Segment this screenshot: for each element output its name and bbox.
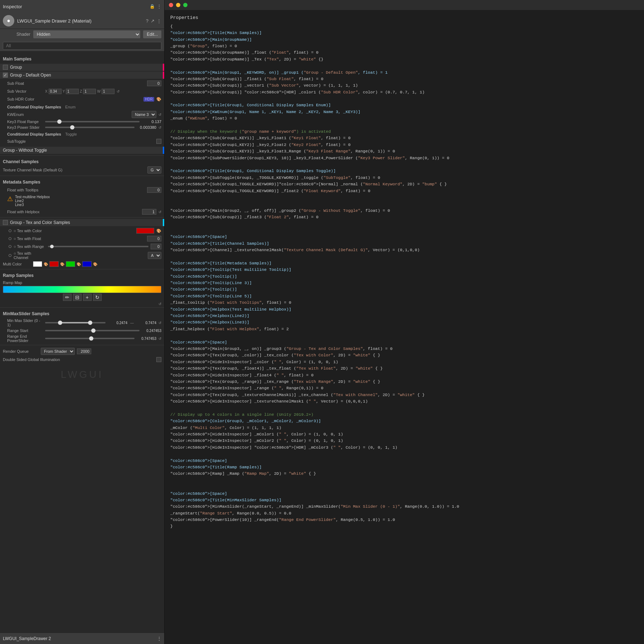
vec-w-input[interactable]: 1 [102, 89, 114, 94]
kwenum-dropdown[interactable]: Name 3 [132, 111, 156, 118]
ramp-btn-pencil[interactable]: ✏ [63, 294, 72, 301]
range-end-reset[interactable]: ↺ [158, 337, 161, 341]
code-line: "color:#c586c0">[Tooltip(Test multiline … [170, 267, 638, 273]
texture-channel-dropdown[interactable]: G [147, 166, 161, 174]
key3-float-thumb[interactable] [57, 119, 62, 124]
more-icon[interactable]: ⋮ [157, 4, 161, 9]
code-line: _mColor ("Multi Color", Color) = (1, 1, … [170, 425, 638, 431]
render-queue-number[interactable]: 2000 [77, 348, 91, 354]
float-helpbox-label: Float with Helpbox [7, 210, 43, 214]
header-icons: ? ↗ ⋮ [146, 18, 161, 24]
subtoggle-checkbox[interactable] [156, 139, 161, 144]
shader-dropdown[interactable]: Hidden [33, 30, 141, 38]
range-start-thumb[interactable] [91, 328, 96, 333]
group-default-open-row[interactable]: ✓ Group - Default Open [0, 72, 164, 79]
ramp-btn-sample[interactable]: ⊟ [73, 294, 82, 301]
divider-4 [0, 269, 164, 269]
search-input[interactable] [3, 42, 161, 50]
tex-channel-dropdown[interactable]: A [148, 252, 161, 259]
mc-drop-3[interactable]: 🎨 [77, 262, 81, 266]
ramp-reset[interactable]: ↺ [158, 302, 161, 306]
group-tex-checkbox[interactable] [3, 220, 8, 225]
code-line [170, 201, 638, 207]
code-line: "color:#c586c0">[Channel] _textureChanne… [170, 247, 638, 253]
tl-close[interactable] [169, 3, 173, 7]
tl-maximize[interactable] [183, 3, 187, 7]
render-queue-label: Render Queue [3, 349, 39, 353]
key3-power-track[interactable] [45, 127, 135, 128]
mc-swatch-2[interactable] [49, 261, 59, 267]
key3-power-reset[interactable]: ↺ [158, 126, 161, 130]
group-row[interactable]: Group [0, 64, 164, 71]
code-line: "color:#c586c0">[Sub(Group2)] _float3 ("… [170, 214, 638, 220]
tex-color-swatch[interactable] [136, 228, 154, 234]
key3-float-track[interactable] [45, 121, 140, 122]
minmax-thumb-left[interactable] [58, 321, 62, 325]
mc-swatch-3[interactable] [66, 261, 75, 267]
mc-swatch-4[interactable] [82, 261, 92, 267]
tl-minimize[interactable] [176, 3, 180, 7]
group-tex-row[interactable]: Group - Tex and Color Samples [0, 219, 164, 226]
code-line: "color:#c586c0">[Color(Group3, _mColor1,… [170, 418, 638, 424]
vector-reset[interactable]: ↺ [117, 89, 119, 93]
vec-z-input[interactable]: 1 [83, 89, 96, 94]
open-icon[interactable]: ↗ [151, 18, 155, 24]
range-end-track[interactable] [45, 338, 135, 339]
minmax-reset[interactable]: ↺ [158, 321, 161, 325]
vec-x-input[interactable]: 0.34 [49, 89, 62, 94]
inspector-content[interactable]: Main Samples Group ✓ Group - Default Ope… [0, 52, 164, 633]
tex-channel-label: ○ Tex with Channel [14, 251, 46, 260]
tex-range-thumb[interactable] [50, 245, 54, 248]
edit-button[interactable]: Edit... [143, 30, 161, 38]
code-line: "color:#c586c0">[Sub(GroupName)] _float … [170, 49, 638, 56]
double-sided-checkbox[interactable] [156, 357, 161, 362]
ramp-gradient[interactable] [3, 286, 161, 293]
ramp-btn-refresh[interactable]: ↻ [93, 294, 102, 301]
group-default-checkbox[interactable]: ✓ [3, 73, 8, 78]
float-helpbox-reset[interactable]: ↺ [158, 210, 161, 214]
footer-name: LWGUI_SampleDrawer 2 [3, 636, 155, 641]
code-line: "color:#c586c0">[MinMaxSlider(_rangeStar… [170, 503, 638, 510]
group-checkbox[interactable] [3, 65, 8, 70]
vec-y-label: Y [63, 89, 65, 93]
sub-vector-label: Sub Vector [7, 89, 43, 93]
tex-float-dot [9, 237, 11, 240]
group-without-toggle-row[interactable]: Group - Without Toggle [0, 147, 164, 154]
mc-swatch-1[interactable] [33, 261, 42, 267]
minmax-thumb-right[interactable] [88, 321, 92, 325]
tex-float-value[interactable]: 0 [147, 236, 161, 241]
tex-range-value[interactable]: 0 [151, 244, 161, 249]
lock-icon[interactable]: 🔒 [150, 4, 155, 9]
mc-drop-2[interactable]: 🎨 [60, 262, 64, 266]
code-line: "color:#c586c0">[Helpbox(Line2)] [170, 313, 638, 319]
minmax-track[interactable] [45, 322, 106, 323]
code-open-brace: { [170, 23, 638, 30]
vec-y-input[interactable]: 1 [66, 89, 79, 94]
more-options-icon[interactable]: ⋮ [157, 18, 161, 24]
range-start-track[interactable] [45, 330, 140, 331]
vec-w-label: W [97, 89, 100, 93]
group-default-accent-bar [163, 72, 164, 79]
mc-drop-1[interactable]: 🎨 [44, 262, 48, 266]
sub-float-value[interactable]: 0 [147, 80, 161, 86]
help-icon[interactable]: ? [146, 18, 148, 24]
code-line: "color:#c586c0">[Ramp] _Ramp ("Ramp Map"… [170, 470, 638, 477]
footer-more-icon[interactable]: ⋮ [157, 636, 161, 641]
eyedropper-icon[interactable]: 🎨 [156, 97, 161, 102]
render-queue-dropdown[interactable]: From Shader [41, 348, 75, 355]
code-line: "color:#c586c0">[Title(Ramp Samples)] [170, 464, 638, 470]
code-line [170, 221, 638, 227]
kwenum-label: KWEnum [7, 112, 43, 117]
tex-color-eyedropper[interactable]: 🎨 [156, 229, 161, 233]
key3-power-thumb[interactable] [70, 125, 74, 130]
range-end-thumb[interactable] [89, 336, 93, 341]
kwenum-reset[interactable]: ↺ [158, 113, 161, 117]
group-tex-accent [163, 219, 164, 226]
code-line [170, 63, 638, 69]
code-panel[interactable]: Properties { "color:#c586c0">[Title(Main… [165, 10, 644, 644]
float-helpbox-value[interactable]: 1 [142, 209, 156, 215]
minmax-range [60, 322, 91, 323]
mc-drop-4[interactable]: 🎨 [93, 262, 97, 266]
float-tooltips-value[interactable]: 0 [147, 187, 161, 193]
ramp-btn-add[interactable]: + [83, 294, 92, 301]
